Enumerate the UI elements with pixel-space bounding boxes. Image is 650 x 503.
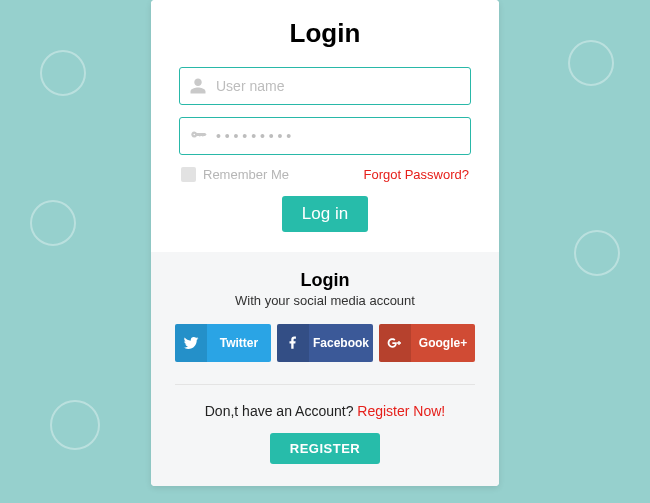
social-subtitle: With your social media account [175, 293, 475, 308]
login-title: Login [179, 18, 471, 49]
bg-deco [50, 400, 100, 450]
login-card: Login Remember Me Forgot Password? Log i… [151, 0, 499, 486]
forgot-password-link[interactable]: Forgot Password? [364, 167, 470, 182]
bg-deco [30, 200, 76, 246]
twitter-button[interactable]: Twitter [175, 324, 271, 362]
checkbox-box [181, 167, 196, 182]
facebook-label: Facebook [309, 324, 373, 362]
bg-deco [40, 50, 86, 96]
username-input[interactable] [179, 67, 471, 105]
register-link[interactable]: Register Now! [357, 403, 445, 419]
register-prompt: Don,t have an Account? Register Now! [175, 403, 475, 419]
username-wrap [179, 67, 471, 105]
google-plus-icon [379, 324, 411, 362]
login-form-section: Login Remember Me Forgot Password? Log i… [151, 0, 499, 252]
bg-deco [568, 40, 614, 86]
bg-deco [574, 230, 620, 276]
divider [175, 384, 475, 385]
register-prompt-text: Don,t have an Account? [205, 403, 358, 419]
social-section: Login With your social media account Twi… [151, 252, 499, 486]
google-button[interactable]: Google+ [379, 324, 475, 362]
register-button[interactable]: REGISTER [270, 433, 380, 464]
social-buttons-row: Twitter Facebook Google+ [175, 324, 475, 362]
remember-me-checkbox[interactable]: Remember Me [181, 167, 289, 182]
twitter-icon [175, 324, 207, 362]
options-row: Remember Me Forgot Password? [179, 167, 471, 182]
social-title: Login [175, 270, 475, 291]
twitter-label: Twitter [207, 324, 271, 362]
google-label: Google+ [411, 324, 475, 362]
facebook-icon [277, 324, 309, 362]
key-icon [189, 127, 207, 145]
password-input[interactable] [179, 117, 471, 155]
login-button[interactable]: Log in [282, 196, 368, 232]
remember-label: Remember Me [203, 167, 289, 182]
user-icon [189, 77, 207, 95]
password-wrap [179, 117, 471, 155]
facebook-button[interactable]: Facebook [277, 324, 373, 362]
